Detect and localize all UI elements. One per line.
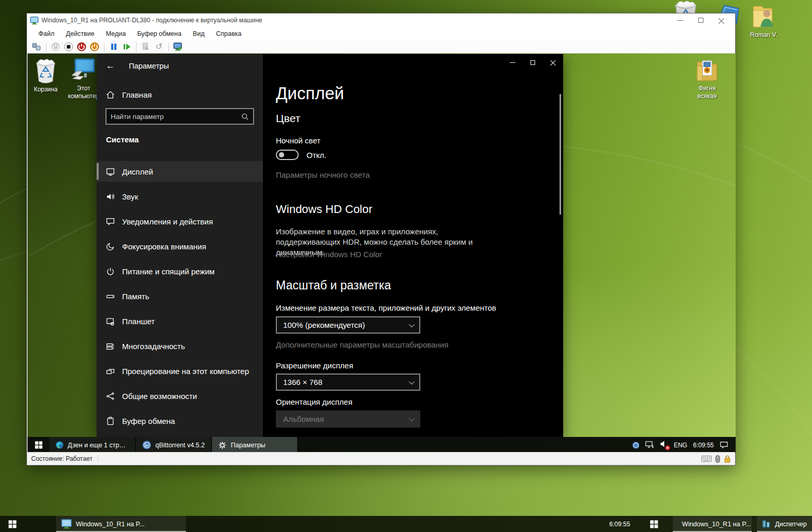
vm-close-button[interactable] xyxy=(711,15,732,25)
qbittorrent-tray-icon[interactable] xyxy=(632,442,640,449)
taskbar-item-qbittorrent[interactable]: qBittorrent v4.5.2 xyxy=(136,437,211,453)
sidebar-item-storage[interactable]: Память xyxy=(97,286,263,307)
chevron-down-icon xyxy=(409,378,415,384)
sidebar-item-clipboard[interactable]: Буфер обмена xyxy=(97,410,263,431)
settings-scrollbar[interactable] xyxy=(560,94,561,215)
guest-recycle-bin[interactable]: Корзина xyxy=(28,58,64,94)
keyboard-capture-icon[interactable] xyxy=(701,456,712,462)
enhanced-session-button[interactable] xyxy=(173,42,183,52)
host-clock[interactable]: 6:09:55 xyxy=(602,516,637,532)
taskbar-item-settings[interactable]: Параметры xyxy=(212,437,297,453)
menu-file[interactable]: Файл xyxy=(33,28,60,39)
sidebar-item-label: Дисплей xyxy=(122,167,153,176)
taskbar-item-label: Windows_10_R1 на P... xyxy=(682,521,751,528)
menu-help[interactable]: Справка xyxy=(211,28,247,39)
action-center-icon[interactable] xyxy=(720,441,728,449)
resolution-dropdown[interactable]: 1366 × 768 xyxy=(276,374,420,391)
sidebar-item-notifications[interactable]: Уведомления и действия xyxy=(97,211,263,232)
search-icon[interactable] xyxy=(241,113,249,121)
checkpoint-button[interactable] xyxy=(141,42,151,52)
guest-start-button[interactable] xyxy=(28,437,49,453)
vm-connection-window: Windows_10_R1 на PROLIANT-DL380 - подклю… xyxy=(26,13,736,466)
night-light-settings-link[interactable]: Параметры ночного света xyxy=(276,170,370,179)
monitor2-start-button[interactable] xyxy=(642,516,667,532)
notifications-icon xyxy=(106,217,115,226)
menu-media[interactable]: Медиа xyxy=(101,28,131,39)
resume-vm-button[interactable] xyxy=(122,42,132,52)
back-arrow-icon[interactable]: ← xyxy=(106,61,119,71)
clock[interactable]: 6:09:55 xyxy=(693,442,714,449)
network-icon[interactable] xyxy=(645,441,654,449)
advanced-scaling-link[interactable]: Дополнительные параметры масштабирования xyxy=(276,340,448,349)
vm-titlebar[interactable]: Windows_10_R1 на PROLIANT-DL380 - подклю… xyxy=(27,14,735,27)
turn-off-vm-button[interactable] xyxy=(63,42,74,52)
settings-close-button[interactable] xyxy=(543,54,563,71)
menu-action[interactable]: Действие xyxy=(61,28,100,39)
vm-window-title: Windows_10_R1 на PROLIANT-DL380 - подклю… xyxy=(42,17,670,24)
vmconnect-app-icon xyxy=(30,17,38,24)
language-indicator[interactable]: ENG xyxy=(674,442,687,449)
guest-this-pc[interactable]: Этот компьютер xyxy=(66,58,101,100)
menu-clipboard[interactable]: Буфер обмена xyxy=(132,28,187,39)
mouse-capture-icon[interactable] xyxy=(715,455,720,463)
sidebar-item-sound[interactable]: Звук xyxy=(97,186,263,207)
taskbar-item-label: qBittorrent v4.5.2 xyxy=(155,442,205,449)
save-vm-state-button[interactable] xyxy=(89,42,100,52)
taskbar-item-label: Дзен и еще 1 страни... xyxy=(68,442,129,449)
section-hdr: Windows HD Color xyxy=(276,203,372,216)
sidebar-item-label: Буфер обмена xyxy=(122,417,175,425)
sidebar-item-shared-experiences[interactable]: Общие возможности xyxy=(97,385,263,406)
sound-icon xyxy=(106,192,115,201)
settings-minimize-button[interactable] xyxy=(502,54,523,71)
sidebar-item-tablet[interactable]: Планшет xyxy=(97,311,263,331)
lock-icon[interactable] xyxy=(724,455,731,463)
user-folder-icon xyxy=(749,3,778,30)
settings-maximize-button[interactable] xyxy=(523,54,543,71)
scale-dropdown[interactable]: 100% (рекомендуется) xyxy=(276,316,420,334)
revert-vm-button[interactable]: ↺ xyxy=(154,42,164,52)
sidebar-item-label: Питание и спящий режим xyxy=(122,267,215,276)
close-icon xyxy=(718,17,725,23)
sidebar-item-label: Планшет xyxy=(122,317,155,326)
monitor2-taskbar-item-taskmanager[interactable]: Диспетчер xyxy=(757,516,812,532)
vm-minimize-button[interactable] xyxy=(670,15,690,25)
host-taskbar-item-vmconnect[interactable]: Windows_10_R1 на P... xyxy=(56,516,186,532)
guest-folder-fignya[interactable]: Фигня всякая xyxy=(689,58,725,100)
toolbar-separator xyxy=(136,43,137,51)
toolbar-separator xyxy=(168,43,169,51)
checkpoint-disabled-icon xyxy=(142,43,150,51)
taskbar-item-edge[interactable]: Дзен и еще 1 страни... xyxy=(49,437,135,453)
minimize-icon xyxy=(677,20,683,21)
scale-label: Изменение размера текста, приложений и д… xyxy=(276,303,496,312)
pause-icon xyxy=(110,43,117,50)
monitor2-taskbar-item-vmconnect[interactable]: Windows_10_R1 на P... xyxy=(673,516,752,532)
host-user-folder[interactable]: Roman V. xyxy=(744,3,783,39)
home-icon xyxy=(106,90,115,99)
orientation-dropdown-value: Альбомная xyxy=(283,415,324,423)
vm-maximize-button[interactable] xyxy=(690,15,711,25)
shut-down-vm-button[interactable] xyxy=(76,42,87,52)
start-vm-button[interactable] xyxy=(50,42,61,52)
qbittorrent-icon xyxy=(142,441,151,449)
sidebar-item-multitasking[interactable]: Многозадачность xyxy=(97,336,263,356)
sidebar-item-projecting[interactable]: Проецирование на этот компьютер xyxy=(97,361,263,381)
host-start-button[interactable] xyxy=(0,516,25,532)
settings-sidebar: ← Параметры Главная xyxy=(97,54,263,437)
search-input[interactable] xyxy=(107,113,241,121)
night-light-toggle[interactable] xyxy=(276,150,299,160)
sidebar-item-power[interactable]: Питание и спящий режим xyxy=(97,261,263,282)
resolution-label: Разрешение дисплея xyxy=(276,361,353,370)
sidebar-item-focus-assist[interactable]: Фокусировка внимания xyxy=(97,236,263,257)
sidebar-item-display[interactable]: Дисплей xyxy=(97,161,263,182)
hdr-settings-link[interactable]: Настройки Windows HD Color xyxy=(276,250,382,259)
maximize-icon xyxy=(698,18,703,23)
volume-muted-icon[interactable] xyxy=(660,440,668,450)
menu-view[interactable]: Вид xyxy=(188,28,210,39)
ctrl-alt-del-button[interactable] xyxy=(31,42,42,52)
sidebar-item-home[interactable]: Главная xyxy=(97,84,263,105)
settings-search-box[interactable] xyxy=(105,108,254,125)
projecting-icon xyxy=(106,367,115,376)
pause-vm-button[interactable] xyxy=(109,42,119,52)
windows-start-icon xyxy=(8,520,17,528)
multitasking-icon xyxy=(106,342,115,351)
